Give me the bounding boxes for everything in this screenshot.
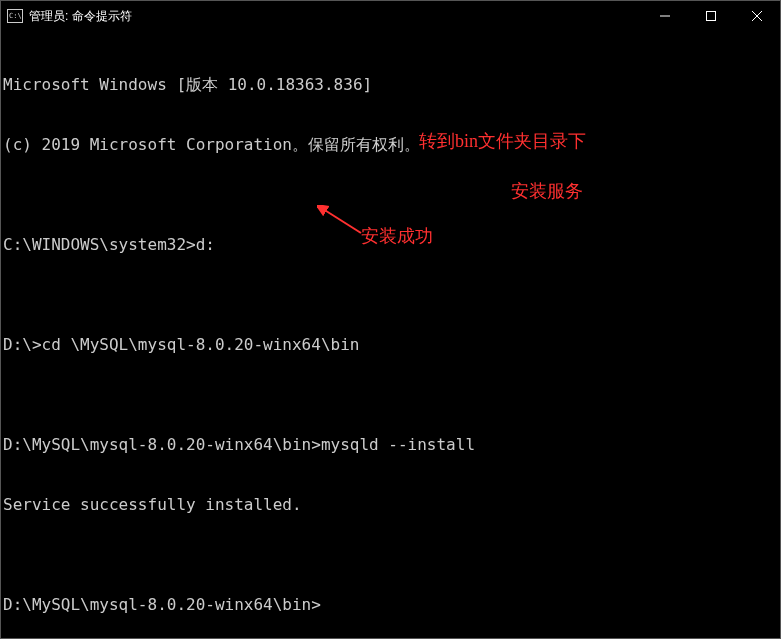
terminal-line: D:\MySQL\mysql-8.0.20-winx64\bin>mysqld … — [3, 435, 778, 455]
svg-line-6 — [323, 209, 361, 233]
window-title: 管理员: 命令提示符 — [29, 1, 132, 31]
titlebar-left: C:\ 管理员: 命令提示符 — [1, 1, 132, 31]
maximize-button[interactable] — [688, 1, 734, 31]
svg-rect-3 — [707, 12, 716, 21]
titlebar-controls — [642, 1, 780, 31]
terminal-line: (c) 2019 Microsoft Corporation。保留所有权利。 — [3, 135, 778, 155]
terminal-line: Microsoft Windows [版本 10.0.18363.836] — [3, 75, 778, 95]
terminal-line: D:\MySQL\mysql-8.0.20-winx64\bin> — [3, 595, 778, 615]
minimize-button[interactable] — [642, 1, 688, 31]
terminal-line: D:\>cd \MySQL\mysql-8.0.20-winx64\bin — [3, 335, 778, 355]
close-button[interactable] — [734, 1, 780, 31]
svg-text:C:\: C:\ — [9, 12, 22, 20]
annotation-install-success: 安装成功 — [361, 226, 433, 246]
annotation-cd-bin: 转到bin文件夹目录下 — [419, 131, 586, 151]
arrow-icon — [317, 205, 367, 239]
terminal-area[interactable]: Microsoft Windows [版本 10.0.18363.836] (c… — [1, 31, 780, 639]
annotation-install-service: 安装服务 — [511, 181, 583, 201]
terminal-line: Service successfully installed. — [3, 495, 778, 515]
window-titlebar: C:\ 管理员: 命令提示符 — [1, 1, 780, 31]
cmd-icon: C:\ — [7, 9, 23, 23]
